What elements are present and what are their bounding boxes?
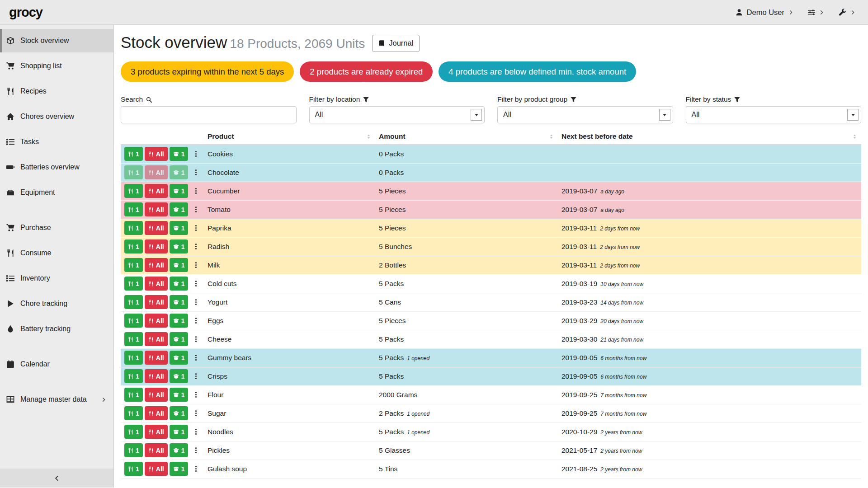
user-menu[interactable]: Demo User xyxy=(736,8,793,17)
consume-one-button[interactable]: 1 xyxy=(124,443,143,457)
sidebar-item-battery-tracking[interactable]: Battery tracking xyxy=(0,317,113,341)
row-menu-button[interactable] xyxy=(191,388,201,402)
sidebar-item-purchase[interactable]: Purchase xyxy=(0,216,113,239)
alert-pill[interactable]: 4 products are below defined min. stock … xyxy=(439,61,636,82)
amount-column-header[interactable]: Amount xyxy=(375,130,558,145)
sidebar-item-consume[interactable]: Consume xyxy=(0,241,113,265)
row-menu-button[interactable] xyxy=(191,369,201,383)
consume-all-button[interactable]: All xyxy=(145,462,168,476)
consume-one-button[interactable]: 1 xyxy=(124,462,143,476)
consume-all-button[interactable]: All xyxy=(145,314,168,328)
consume-all-button[interactable]: All xyxy=(145,277,168,291)
open-one-button[interactable]: 1 xyxy=(170,258,189,272)
consume-all-button[interactable]: All xyxy=(145,147,168,161)
row-menu-button[interactable] xyxy=(191,221,201,235)
open-one-button[interactable]: 1 xyxy=(170,239,189,253)
consume-one-button[interactable]: 1 xyxy=(124,184,143,198)
row-menu-button[interactable] xyxy=(191,202,201,216)
consume-one-button[interactable]: 1 xyxy=(124,202,143,216)
product-name[interactable]: Paprika xyxy=(204,219,375,237)
product-name[interactable]: Chocolate xyxy=(204,163,375,182)
product-name[interactable]: Cucumber xyxy=(204,182,375,200)
consume-all-button[interactable]: All xyxy=(145,239,168,253)
product-name[interactable]: Gummy bears xyxy=(204,348,375,367)
product-name[interactable]: Sugar xyxy=(204,404,375,422)
open-one-button[interactable]: 1 xyxy=(170,462,189,476)
product-name[interactable]: Eggs xyxy=(204,311,375,330)
consume-all-button[interactable]: All xyxy=(145,351,168,365)
product-name[interactable]: Radish xyxy=(204,237,375,256)
product-group-select[interactable]: All xyxy=(497,106,673,123)
alert-pill[interactable]: 3 products expiring within the next 5 da… xyxy=(121,61,294,82)
open-one-button[interactable]: 1 xyxy=(170,184,189,198)
best-before-column-header[interactable]: Next best before date xyxy=(558,130,861,145)
row-menu-button[interactable] xyxy=(191,277,201,291)
grocy-logo[interactable]: grocy xyxy=(9,5,42,20)
sidebar-item-tasks[interactable]: Tasks xyxy=(0,130,113,154)
row-menu-button[interactable] xyxy=(191,147,201,161)
row-menu-button[interactable] xyxy=(191,462,201,476)
sort-icon[interactable] xyxy=(548,134,554,140)
sidebar-item-calendar[interactable]: Calendar xyxy=(0,352,113,376)
consume-all-button[interactable]: All xyxy=(145,425,168,439)
row-menu-button[interactable] xyxy=(191,184,201,198)
product-name[interactable]: Cheese xyxy=(204,330,375,348)
open-one-button[interactable]: 1 xyxy=(170,388,189,402)
sort-icon[interactable] xyxy=(366,134,372,140)
sidebar-item-recipes[interactable]: Recipes xyxy=(0,80,113,103)
product-name[interactable]: Gulash soup xyxy=(204,460,375,478)
open-one-button[interactable]: 1 xyxy=(170,369,189,383)
open-one-button[interactable]: 1 xyxy=(170,295,189,309)
row-menu-button[interactable] xyxy=(191,406,201,420)
sidebar-item-inventory[interactable]: Inventory xyxy=(0,267,113,290)
row-menu-button[interactable] xyxy=(191,425,201,439)
consume-one-button[interactable]: 1 xyxy=(124,147,143,161)
row-menu-button[interactable] xyxy=(191,239,201,253)
row-menu-button[interactable] xyxy=(191,443,201,457)
product-name[interactable]: Pickles xyxy=(204,441,375,460)
consume-one-button[interactable]: 1 xyxy=(124,425,143,439)
consume-all-button[interactable]: All xyxy=(145,443,168,457)
open-one-button[interactable]: 1 xyxy=(170,221,189,235)
admin-menu[interactable] xyxy=(839,9,855,16)
consume-one-button[interactable]: 1 xyxy=(124,277,143,291)
product-name[interactable]: Cookies xyxy=(204,145,375,163)
consume-one-button[interactable]: 1 xyxy=(124,351,143,365)
open-one-button[interactable]: 1 xyxy=(170,314,189,328)
product-name[interactable]: Flour xyxy=(204,385,375,404)
open-one-button[interactable]: 1 xyxy=(170,332,189,346)
consume-one-button[interactable]: 1 xyxy=(124,239,143,253)
consume-all-button[interactable]: All xyxy=(145,388,168,402)
consume-one-button[interactable]: 1 xyxy=(124,165,143,179)
consume-one-button[interactable]: 1 xyxy=(124,406,143,420)
sidebar-item-manage-master-data[interactable]: Manage master data xyxy=(0,388,113,411)
search-input[interactable] xyxy=(121,106,297,123)
consume-one-button[interactable]: 1 xyxy=(124,295,143,309)
sidebar-item-stock-overview[interactable]: Stock overview xyxy=(0,29,113,52)
product-name[interactable]: Yogurt xyxy=(204,293,375,311)
open-one-button[interactable]: 1 xyxy=(170,443,189,457)
consume-all-button[interactable]: All xyxy=(145,165,168,179)
consume-one-button[interactable]: 1 xyxy=(124,369,143,383)
row-menu-button[interactable] xyxy=(191,351,201,365)
open-one-button[interactable]: 1 xyxy=(170,165,189,179)
product-column-header[interactable]: Product xyxy=(204,130,375,145)
consume-all-button[interactable]: All xyxy=(145,258,168,272)
consume-all-button[interactable]: All xyxy=(145,332,168,346)
row-menu-button[interactable] xyxy=(191,295,201,309)
row-menu-button[interactable] xyxy=(191,258,201,272)
product-name[interactable]: Tomato xyxy=(204,200,375,219)
open-one-button[interactable]: 1 xyxy=(170,425,189,439)
consume-one-button[interactable]: 1 xyxy=(124,258,143,272)
product-name[interactable]: Milk xyxy=(204,256,375,274)
sidebar-item-shopping-list[interactable]: Shopping list xyxy=(0,54,113,78)
consume-one-button[interactable]: 1 xyxy=(124,332,143,346)
consume-all-button[interactable]: All xyxy=(145,369,168,383)
consume-one-button[interactable]: 1 xyxy=(124,221,143,235)
consume-all-button[interactable]: All xyxy=(145,221,168,235)
consume-one-button[interactable]: 1 xyxy=(124,314,143,328)
consume-all-button[interactable]: All xyxy=(145,202,168,216)
sidebar-item-chore-tracking[interactable]: Chore tracking xyxy=(0,292,113,315)
status-select[interactable]: All xyxy=(686,106,862,123)
open-one-button[interactable]: 1 xyxy=(170,351,189,365)
